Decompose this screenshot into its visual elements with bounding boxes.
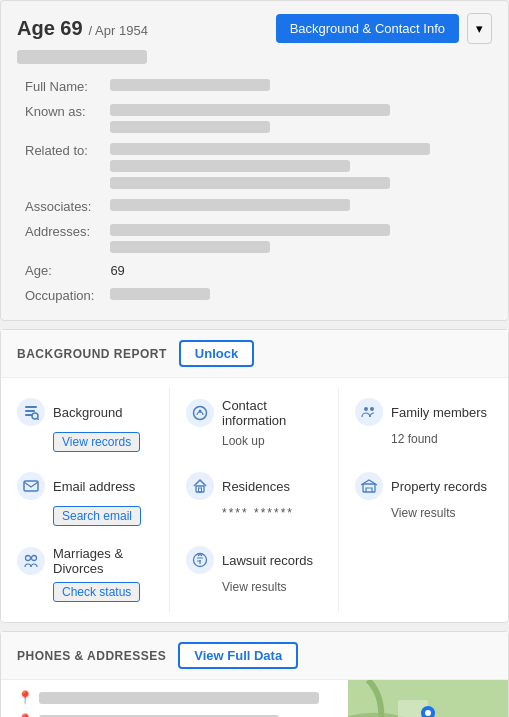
email-label: Email address	[53, 479, 135, 494]
svg-rect-0	[25, 406, 37, 408]
age-line: Age 69 / Apr 1954	[17, 17, 148, 40]
residences-icon	[186, 472, 214, 500]
report-item-email: Email address Search email	[1, 462, 170, 536]
svg-point-3	[32, 413, 38, 419]
age-value: 69	[102, 258, 492, 283]
dropdown-arrow-button[interactable]: ▾	[467, 13, 492, 44]
view-full-data-button[interactable]: View Full Data	[178, 642, 298, 669]
addresses-bar-1	[110, 224, 390, 236]
svg-point-7	[364, 407, 368, 411]
report-item-marriages: Marriages & Divorces Check status	[1, 536, 170, 612]
lawsuit-icon	[186, 546, 214, 574]
contact-label: Contact information	[222, 398, 322, 428]
full-name-value	[110, 79, 270, 91]
associates-bar	[110, 199, 350, 211]
phones-content: 📍 📍 📍 View more...	[1, 680, 508, 717]
property-results-text: View results	[391, 506, 455, 520]
background-report-title: BACKGROUND REPORT	[17, 347, 167, 361]
background-report-card: BACKGROUND REPORT Unlock Background View…	[0, 329, 509, 623]
report-item-lawsuit: Lawsuit records View results	[170, 536, 339, 612]
property-label: Property records	[391, 479, 487, 494]
age-label: Age:	[17, 258, 102, 283]
addresses-label: Addresses:	[17, 219, 102, 258]
info-table: Full Name: Known as: Related to:	[17, 74, 492, 308]
unlock-button[interactable]: Unlock	[179, 340, 254, 367]
occupation-bar	[110, 288, 210, 300]
dob-text: / Apr 1954	[89, 23, 148, 38]
phones-addresses-header: PHONES & ADDRESSES View Full Data	[1, 632, 508, 680]
marriages-label: Marriages & Divorces	[53, 546, 153, 576]
contact-lookup-text: Look up	[222, 434, 265, 448]
map-pin-icon	[419, 706, 437, 717]
location-icon-2: 📍	[17, 713, 33, 717]
report-item-residences: Residences **** ******	[170, 462, 339, 536]
family-icon	[355, 398, 383, 426]
svg-rect-1	[25, 410, 35, 412]
related-to-bar-3	[110, 177, 390, 189]
age-text: Age 69	[17, 17, 83, 40]
bg-contact-button[interactable]: Background & Contact Info	[276, 14, 459, 43]
phones-addresses-card: PHONES & ADDRESSES View Full Data 📍 📍 📍 …	[0, 631, 509, 717]
name-bar-placeholder	[17, 50, 147, 64]
residences-masked-text: **** ******	[222, 506, 294, 520]
phones-addresses-title: PHONES & ADDRESSES	[17, 649, 166, 663]
email-icon	[17, 472, 45, 500]
family-label: Family members	[391, 405, 487, 420]
contact-icon	[186, 399, 214, 427]
property-icon	[355, 472, 383, 500]
phones-right: 🗺 View Map	[348, 680, 508, 717]
phone-item-2: 📍	[17, 713, 332, 717]
known-as-label: Known as:	[17, 99, 102, 138]
report-item-family: Family members 12 found	[339, 388, 508, 462]
occupation-label: Occupation:	[17, 283, 102, 308]
lawsuit-label: Lawsuit records	[222, 553, 313, 568]
background-report-header: BACKGROUND REPORT Unlock	[1, 330, 508, 378]
marriages-status-btn[interactable]: Check status	[53, 582, 140, 602]
email-search-btn[interactable]: Search email	[53, 506, 141, 526]
chevron-down-icon: ▾	[476, 21, 483, 36]
family-count-text: 12 found	[391, 432, 438, 446]
known-as-bar-2	[110, 121, 270, 133]
related-to-label: Related to:	[17, 138, 102, 194]
svg-point-14	[32, 556, 37, 561]
svg-point-8	[370, 407, 374, 411]
background-icon	[17, 398, 45, 426]
lawsuit-results-text: View results	[222, 580, 286, 594]
residences-label: Residences	[222, 479, 290, 494]
svg-point-5	[194, 407, 207, 420]
report-item-contact: Contact information Look up	[170, 388, 339, 462]
svg-point-13	[26, 556, 31, 561]
svg-rect-10	[196, 486, 204, 492]
phones-left: 📍 📍 📍 View more...	[1, 680, 348, 717]
address-bar-1	[39, 692, 319, 704]
svg-point-19	[425, 710, 431, 716]
svg-rect-9	[24, 481, 38, 491]
full-name-label: Full Name:	[17, 74, 102, 99]
known-as-bar-1	[110, 104, 390, 116]
background-view-records-btn[interactable]: View records	[53, 432, 140, 452]
map-thumbnail: 🗺 View Map	[348, 680, 508, 717]
background-label: Background	[53, 405, 122, 420]
marriages-icon	[17, 547, 45, 575]
svg-line-4	[37, 418, 39, 420]
svg-point-6	[199, 410, 202, 413]
report-item-background: Background View records	[1, 388, 170, 462]
header-section: Age 69 / Apr 1954 Background & Contact I…	[0, 0, 509, 321]
addresses-bar-2	[110, 241, 270, 253]
location-icon-1: 📍	[17, 690, 33, 705]
report-grid: Background View records Contact informat…	[1, 378, 508, 622]
report-item-property: Property records View results	[339, 462, 508, 536]
phone-item-1: 📍	[17, 690, 332, 705]
related-to-bar-2	[110, 160, 350, 172]
related-to-bar-1	[110, 143, 430, 155]
associates-label: Associates:	[17, 194, 102, 219]
